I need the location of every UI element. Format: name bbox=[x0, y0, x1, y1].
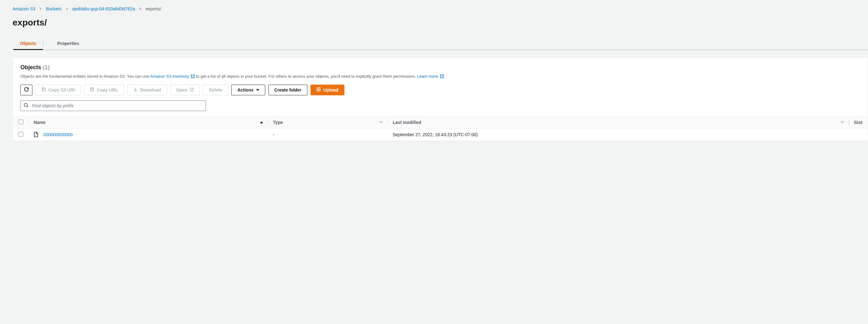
svg-rect-1 bbox=[91, 88, 94, 91]
select-all-checkbox[interactable] bbox=[19, 120, 23, 124]
desc-text-1: Objects are the fundamental entities sto… bbox=[21, 74, 150, 79]
delete-label: Delete bbox=[209, 87, 222, 92]
breadcrumb-current: exports/ bbox=[146, 6, 161, 11]
column-type-label: Type bbox=[273, 120, 283, 125]
download-icon bbox=[133, 87, 138, 92]
column-divider bbox=[29, 119, 29, 126]
cell-type: - bbox=[268, 128, 388, 141]
upload-label: Upload bbox=[323, 87, 338, 92]
sort-icon bbox=[379, 120, 382, 125]
create-folder-label: Create folder bbox=[274, 87, 301, 92]
copy-url-label: Copy URL bbox=[97, 87, 118, 92]
copy-icon bbox=[90, 87, 94, 92]
refresh-icon bbox=[24, 87, 29, 93]
external-link-icon bbox=[440, 74, 444, 78]
open-label: Open bbox=[176, 87, 188, 92]
objects-panel: Objects (1) Objects are the fundamental … bbox=[12, 58, 868, 141]
open-button[interactable]: Open bbox=[170, 85, 200, 95]
delete-button[interactable]: Delete bbox=[203, 85, 228, 95]
panel-title-text: Objects bbox=[21, 64, 41, 70]
tabs: Objects Properties bbox=[20, 37, 868, 50]
external-link-icon bbox=[190, 87, 194, 92]
column-type[interactable]: Type bbox=[268, 116, 388, 128]
refresh-button[interactable] bbox=[21, 85, 32, 95]
tab-objects[interactable]: Objects bbox=[20, 37, 36, 50]
panel-title: Objects (1) bbox=[21, 64, 860, 71]
file-icon bbox=[34, 132, 38, 137]
objects-table: Name Type bbox=[13, 116, 868, 141]
inventory-link-text: Amazon S3 inventory bbox=[150, 74, 189, 79]
toolbar: Copy S3 URI Copy URL Download Open bbox=[21, 85, 860, 95]
upload-button[interactable]: Upload bbox=[310, 85, 344, 95]
search-input[interactable] bbox=[21, 100, 206, 111]
copy-s3-uri-label: Copy S3 URI bbox=[49, 87, 75, 92]
inventory-link[interactable]: Amazon S3 inventory bbox=[150, 74, 196, 79]
breadcrumb-s3[interactable]: Amazon S3 bbox=[12, 6, 35, 11]
breadcrumb: Amazon S3 Buckets qwiklabs-gcp-04-833a6d… bbox=[12, 6, 868, 11]
select-all-header bbox=[13, 116, 29, 128]
cell-last-modified: September 27, 2022, 18:43:23 (UTC-07:00) bbox=[388, 128, 849, 141]
column-divider bbox=[388, 119, 388, 126]
download-label: Download bbox=[140, 87, 161, 92]
column-last-modified[interactable]: Last modified bbox=[388, 116, 849, 128]
actions-label: Actions bbox=[237, 87, 253, 92]
cell-name: 000000000000 bbox=[29, 128, 268, 141]
upload-icon bbox=[316, 87, 321, 92]
search-wrap bbox=[21, 100, 206, 111]
panel-description: Objects are the fundamental entities sto… bbox=[21, 73, 860, 80]
svg-rect-0 bbox=[43, 88, 45, 91]
search-icon bbox=[24, 102, 29, 109]
sort-icon bbox=[841, 120, 844, 125]
chevron-right-icon bbox=[65, 7, 68, 10]
copy-s3-uri-button[interactable]: Copy S3 URI bbox=[35, 85, 81, 95]
learn-more-link[interactable]: Learn more bbox=[417, 74, 444, 79]
download-button[interactable]: Download bbox=[127, 85, 167, 95]
actions-button[interactable]: Actions bbox=[231, 85, 265, 95]
chevron-right-icon bbox=[39, 7, 42, 10]
column-size[interactable]: Size bbox=[849, 116, 868, 128]
table-row: 000000000000 - September 27, 2022, 18:43… bbox=[13, 128, 868, 141]
row-checkbox[interactable] bbox=[19, 132, 23, 137]
panel-count: (1) bbox=[43, 64, 50, 70]
external-link-icon bbox=[191, 74, 195, 78]
create-folder-button[interactable]: Create folder bbox=[268, 85, 307, 95]
breadcrumb-bucket[interactable]: qwiklabs-gcp-04-833a6d3d782a bbox=[72, 6, 135, 11]
tab-divider bbox=[43, 40, 43, 47]
column-size-label: Size bbox=[854, 120, 863, 125]
chevron-right-icon bbox=[138, 7, 142, 10]
column-divider bbox=[849, 119, 849, 126]
page-title: exports/ bbox=[12, 18, 868, 28]
column-name[interactable]: Name bbox=[29, 116, 268, 128]
column-name-label: Name bbox=[34, 120, 45, 125]
objects-table-wrap: Name Type bbox=[13, 116, 868, 141]
learn-more-link-text: Learn more bbox=[417, 74, 438, 79]
copy-icon bbox=[41, 87, 46, 92]
tab-properties[interactable]: Properties bbox=[57, 37, 79, 50]
desc-text-2: to get a list of all objects in your buc… bbox=[196, 74, 417, 79]
caret-down-icon bbox=[256, 87, 259, 92]
object-link[interactable]: 000000000000 bbox=[43, 132, 72, 137]
column-last-modified-label: Last modified bbox=[393, 120, 421, 125]
svg-point-3 bbox=[24, 103, 27, 106]
copy-url-button[interactable]: Copy URL bbox=[84, 85, 124, 95]
sort-asc-icon bbox=[260, 120, 263, 125]
breadcrumb-buckets[interactable]: Buckets bbox=[46, 6, 62, 11]
cell-size bbox=[849, 128, 868, 141]
